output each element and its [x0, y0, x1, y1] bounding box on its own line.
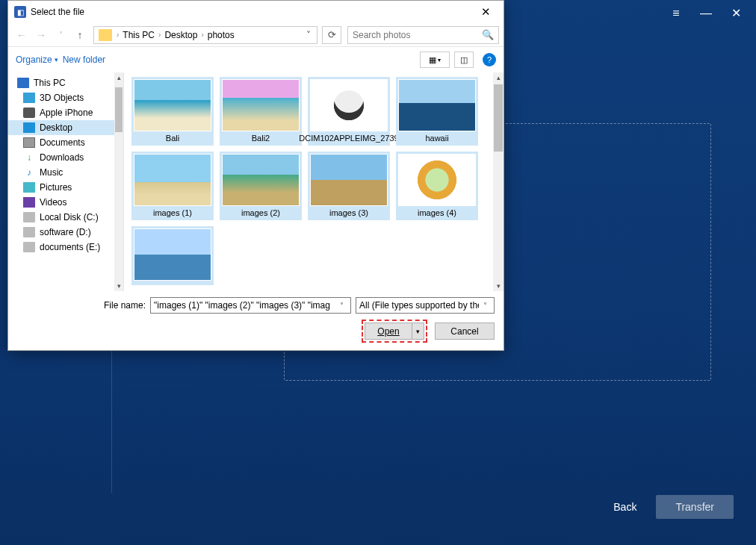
thumbnail [134, 228, 211, 281]
filter-dropdown-icon[interactable]: ˅ [479, 302, 491, 310]
filename-input[interactable]: ˅ [150, 297, 351, 314]
help-icon[interactable]: ? [483, 53, 496, 66]
open-button-highlight: Open ▾ [362, 320, 427, 343]
ic-doc-icon [23, 137, 35, 148]
tree-item-documents-e-[interactable]: documents (E:) [8, 240, 123, 255]
tree-item-music[interactable]: ♪Music [8, 165, 123, 180]
breadcrumb[interactable]: › This PC › Desktop › photos ˅ [93, 26, 317, 44]
crumb-photos[interactable]: photos [205, 30, 237, 40]
tree-label: Downloads [40, 152, 84, 163]
tree-label: This PC [34, 78, 66, 88]
file-label: images (4) [418, 208, 456, 218]
cancel-button[interactable]: Cancel [435, 323, 495, 340]
tree-item-desktop[interactable]: Desktop [8, 120, 123, 135]
ic-disk-icon [23, 227, 35, 237]
minimize-button[interactable]: — [692, 3, 720, 24]
file-label: hawaii [425, 134, 448, 143]
tree-item-3d-objects[interactable]: 3D Objects [8, 90, 123, 105]
ic-music-icon: ♪ [23, 167, 35, 178]
file-item[interactable]: Bali [131, 77, 214, 146]
close-button[interactable]: ✕ [722, 3, 750, 24]
filename-dropdown-icon[interactable]: ˅ [335, 302, 347, 310]
list-icon[interactable]: ≡ [662, 3, 690, 24]
search-icon[interactable]: 🔍 [482, 29, 494, 40]
thumbnail [222, 79, 300, 131]
tree-label: Documents [40, 137, 85, 148]
file-item[interactable]: images (3) [308, 152, 390, 220]
file-list: BaliBali2DCIM102APPLEIMG_2739hawaiiimage… [124, 72, 504, 291]
files-scrollbar[interactable]: ▴▾ [493, 72, 504, 291]
tree-label: Apple iPhone [40, 108, 93, 118]
thumbnail [222, 154, 300, 206]
open-split-icon[interactable]: ▾ [412, 323, 424, 340]
ic-pc-icon [17, 78, 29, 88]
refresh-icon[interactable]: ⟳ [322, 26, 341, 44]
ic-phone-icon [23, 108, 35, 118]
tree-scrollbar[interactable]: ▴▾ [114, 72, 123, 291]
tree-item-downloads[interactable]: ↓Downloads [8, 150, 123, 165]
nav-up-icon[interactable]: ↑ [71, 26, 89, 44]
tree-item-pictures[interactable]: Pictures [8, 180, 123, 195]
tree-label: documents (E:) [40, 242, 100, 252]
preview-pane-button[interactable]: ◫ [454, 52, 474, 68]
open-button[interactable]: Open [365, 323, 412, 340]
tree-item-this-pc[interactable]: This PC [8, 75, 123, 90]
tree-item-apple-iphone[interactable]: Apple iPhone [8, 105, 123, 120]
ic-disk-icon [23, 242, 35, 252]
thumbnail [134, 154, 211, 206]
dialog-close-button[interactable]: ✕ [471, 1, 501, 22]
view-mode-button[interactable]: ▦ ▾ [420, 52, 450, 68]
nav-back-icon: ← [13, 26, 31, 44]
tree-label: Local Disk (C:) [40, 212, 99, 222]
thumbnail [310, 154, 388, 206]
file-label: images (3) [329, 208, 368, 218]
filetype-filter[interactable]: All (File types supported by the ˅ [356, 297, 495, 314]
dialog-titlebar[interactable]: ◧ Select the file ✕ [8, 1, 504, 23]
filename-field[interactable] [154, 300, 335, 311]
folder-icon [99, 29, 112, 41]
file-item[interactable]: hawaii [396, 77, 478, 146]
file-item[interactable] [131, 226, 214, 285]
tree-item-software-d-[interactable]: software (D:) [8, 225, 123, 240]
ic-dl-icon: ↓ [23, 152, 35, 163]
file-item[interactable]: images (4) [396, 152, 478, 220]
file-label: Bali [166, 134, 179, 143]
file-label: DCIM102APPLEIMG_2739 [299, 134, 398, 143]
chevron-down-icon[interactable]: ˅ [302, 30, 315, 40]
file-label: Bali2 [252, 134, 270, 143]
file-label: images (2) [241, 208, 280, 218]
app-icon: ◧ [14, 6, 26, 18]
tree-item-videos[interactable]: Videos [8, 195, 123, 210]
ic-vid-icon [23, 197, 35, 208]
tree-item-documents[interactable]: Documents [8, 135, 123, 150]
dialog-title: Select the file [31, 7, 84, 17]
search-field[interactable] [353, 30, 482, 40]
tree-label: Music [40, 167, 63, 178]
tree-label: Desktop [40, 122, 72, 133]
tree-label: 3D Objects [40, 93, 84, 103]
file-item[interactable]: DCIM102APPLEIMG_2739 [308, 77, 390, 146]
file-item[interactable]: images (2) [220, 152, 302, 220]
crumb-thispc[interactable]: This PC [120, 30, 157, 40]
file-item[interactable]: images (1) [131, 152, 214, 220]
back-button[interactable]: Back [603, 495, 647, 519]
ic-pic-icon [23, 182, 35, 193]
tree-item-local-disk-c-[interactable]: Local Disk (C:) [8, 210, 123, 225]
thumbnail [398, 154, 476, 206]
new-folder-button[interactable]: New folder [63, 54, 105, 65]
search-input[interactable]: 🔍 [347, 26, 499, 44]
thumbnail [398, 79, 476, 131]
file-dialog: ◧ Select the file ✕ ← → ˅ ↑ › This PC › … [7, 0, 504, 351]
dialog-toolbar: Organize ▾ New folder ▦ ▾ ◫ ? [8, 47, 504, 72]
tree-label: Videos [40, 197, 66, 208]
thumbnail [134, 79, 211, 131]
organize-menu[interactable]: Organize ▾ [16, 54, 58, 65]
nav-tree: This PC3D ObjectsApple iPhoneDesktopDocu… [8, 72, 124, 291]
transfer-button: Transfer [656, 495, 734, 519]
filename-label: File name: [104, 300, 146, 311]
file-label: images (1) [153, 208, 192, 218]
crumb-desktop[interactable]: Desktop [162, 30, 199, 40]
nav-recent-icon[interactable]: ˅ [52, 26, 69, 44]
ic-desktop-icon [23, 122, 35, 133]
file-item[interactable]: Bali2 [220, 77, 302, 146]
